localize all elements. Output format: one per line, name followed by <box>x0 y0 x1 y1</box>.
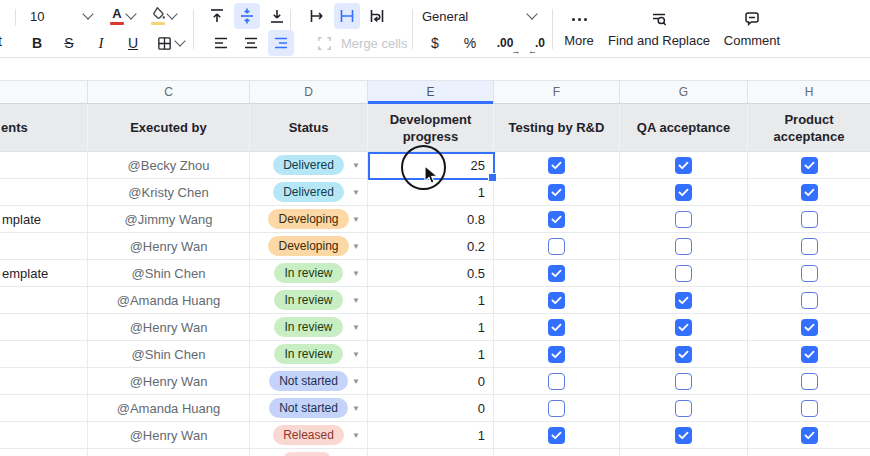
cell-partial[interactable] <box>620 449 748 456</box>
find-replace-button[interactable]: Find and Replace <box>604 6 714 52</box>
cell-status[interactable]: In review▼ <box>250 260 368 286</box>
decrease-decimal-button[interactable]: .0← <box>527 30 553 56</box>
checkbox-qa-acceptance[interactable] <box>675 157 692 174</box>
cell-status[interactable]: Not started▼ <box>250 395 368 421</box>
cell-checkbox-testing-rd[interactable] <box>494 287 620 313</box>
status-badge[interactable]: Developing <box>268 236 348 256</box>
text-wrap-button[interactable] <box>364 3 390 29</box>
cell-status[interactable]: Developing▼ <box>250 233 368 259</box>
status-badge[interactable]: Not started <box>269 398 348 418</box>
cell-checkbox-product-acceptance[interactable] <box>748 152 870 178</box>
cell-executed-by[interactable]: @Shin Chen <box>88 260 250 286</box>
cell-checkbox-product-acceptance[interactable] <box>748 314 870 340</box>
cell-partial-text[interactable] <box>0 287 88 313</box>
checkbox-testing-rd[interactable] <box>548 427 565 444</box>
checkbox-qa-acceptance[interactable] <box>675 211 692 228</box>
header-cell[interactable]: QA acceptance <box>620 104 748 151</box>
cell-checkbox-testing-rd[interactable] <box>494 206 620 232</box>
comment-button[interactable]: Comment <box>712 6 792 52</box>
checkbox-qa-acceptance[interactable] <box>675 265 692 282</box>
cell-checkbox-testing-rd[interactable] <box>494 233 620 259</box>
header-cell[interactable]: Status <box>250 104 368 151</box>
cell-checkbox-qa-acceptance[interactable] <box>620 314 748 340</box>
cell-partial[interactable] <box>88 449 250 456</box>
cell-checkbox-testing-rd[interactable] <box>494 395 620 421</box>
fill-handle[interactable] <box>488 173 497 182</box>
cell-checkbox-product-acceptance[interactable] <box>748 395 870 421</box>
checkbox-testing-rd[interactable] <box>548 346 565 363</box>
align-bottom-button[interactable] <box>264 3 290 29</box>
status-dropdown-icon[interactable]: ▼ <box>352 431 360 440</box>
bold-button[interactable]: B <box>24 30 50 56</box>
number-format-select[interactable]: General <box>422 3 542 29</box>
text-overflow-button[interactable] <box>304 3 330 29</box>
status-dropdown-icon[interactable]: ▼ <box>352 323 360 332</box>
cell-partial-text[interactable] <box>0 314 88 340</box>
cell-checkbox-product-acceptance[interactable] <box>748 341 870 367</box>
cell-executed-by[interactable]: @Henry Wan <box>88 233 250 259</box>
align-center-button[interactable] <box>238 30 264 56</box>
cell-status[interactable]: Not started▼ <box>250 368 368 394</box>
cell-checkbox-product-acceptance[interactable] <box>748 233 870 259</box>
checkbox-qa-acceptance[interactable] <box>675 346 692 363</box>
percent-format-button[interactable]: % <box>457 30 483 56</box>
align-middle-button[interactable] <box>234 3 260 29</box>
cell-status[interactable]: In review▼ <box>250 287 368 313</box>
cell-checkbox-testing-rd[interactable] <box>494 260 620 286</box>
cell-checkbox-testing-rd[interactable] <box>494 179 620 205</box>
cell-progress[interactable]: 1 <box>368 422 494 448</box>
column-letter-F[interactable]: F <box>494 81 620 103</box>
status-dropdown-icon[interactable]: ▼ <box>352 242 360 251</box>
checkbox-qa-acceptance[interactable] <box>675 292 692 309</box>
cell-checkbox-testing-rd[interactable] <box>494 314 620 340</box>
status-dropdown-icon[interactable]: ▼ <box>352 188 360 197</box>
checkbox-qa-acceptance[interactable] <box>675 427 692 444</box>
checkbox-product-acceptance[interactable] <box>801 238 818 255</box>
cell-progress[interactable]: 1 <box>368 314 494 340</box>
checkbox-product-acceptance[interactable] <box>801 157 818 174</box>
checkbox-testing-rd[interactable] <box>548 319 565 336</box>
status-badge[interactable]: In review <box>274 290 342 310</box>
text-clip-button[interactable] <box>334 3 360 29</box>
checkbox-qa-acceptance[interactable] <box>675 400 692 417</box>
status-badge[interactable]: In review <box>274 344 342 364</box>
cell-partial-text[interactable]: mplate <box>0 206 88 232</box>
cell-checkbox-qa-acceptance[interactable] <box>620 206 748 232</box>
checkbox-qa-acceptance[interactable] <box>675 373 692 390</box>
cell-checkbox-testing-rd[interactable] <box>494 368 620 394</box>
header-cell[interactable]: Testing by R&D <box>494 104 620 151</box>
status-dropdown-icon[interactable]: ▼ <box>352 269 360 278</box>
cell-checkbox-product-acceptance[interactable] <box>748 260 870 286</box>
cell-status[interactable]: Delivered▼ <box>250 152 368 178</box>
cell-checkbox-qa-acceptance[interactable] <box>620 179 748 205</box>
cell-executed-by[interactable]: @Shin Chen <box>88 341 250 367</box>
cell-checkbox-qa-acceptance[interactable] <box>620 233 748 259</box>
cell-executed-by[interactable]: @Kristy Chen <box>88 179 250 205</box>
more-button[interactable]: More <box>556 6 602 52</box>
status-dropdown-icon[interactable]: ▼ <box>352 161 360 170</box>
cell-partial[interactable] <box>748 449 870 456</box>
cell-checkbox-product-acceptance[interactable] <box>748 287 870 313</box>
cell-partial-text[interactable]: emplate <box>0 260 88 286</box>
cell-partial-text[interactable] <box>0 395 88 421</box>
cell-status[interactable]: In review▼ <box>250 314 368 340</box>
cell-progress[interactable]: 0.8 <box>368 206 494 232</box>
status-dropdown-icon[interactable]: ▼ <box>352 377 360 386</box>
cell-partial-text[interactable] <box>0 233 88 259</box>
status-dropdown-icon[interactable]: ▼ <box>352 350 360 359</box>
checkbox-testing-rd[interactable] <box>548 400 565 417</box>
align-top-button[interactable] <box>204 3 230 29</box>
status-badge[interactable]: In review <box>274 263 342 283</box>
cell-executed-by[interactable]: @Becky Zhou <box>88 152 250 178</box>
cell-checkbox-qa-acceptance[interactable] <box>620 287 748 313</box>
font-color-button[interactable]: A <box>106 3 139 29</box>
cell-partial-text[interactable] <box>0 179 88 205</box>
header-cell[interactable]: Product acceptance <box>748 104 870 151</box>
cell-progress[interactable]: 0 <box>368 368 494 394</box>
column-letter-G[interactable]: G <box>620 81 748 103</box>
status-badge[interactable]: Delivered <box>273 155 344 175</box>
checkbox-product-acceptance[interactable] <box>801 373 818 390</box>
status-badge[interactable]: Delivered <box>273 182 344 202</box>
cell-checkbox-product-acceptance[interactable] <box>748 422 870 448</box>
cell-partial-text[interactable] <box>0 152 88 178</box>
